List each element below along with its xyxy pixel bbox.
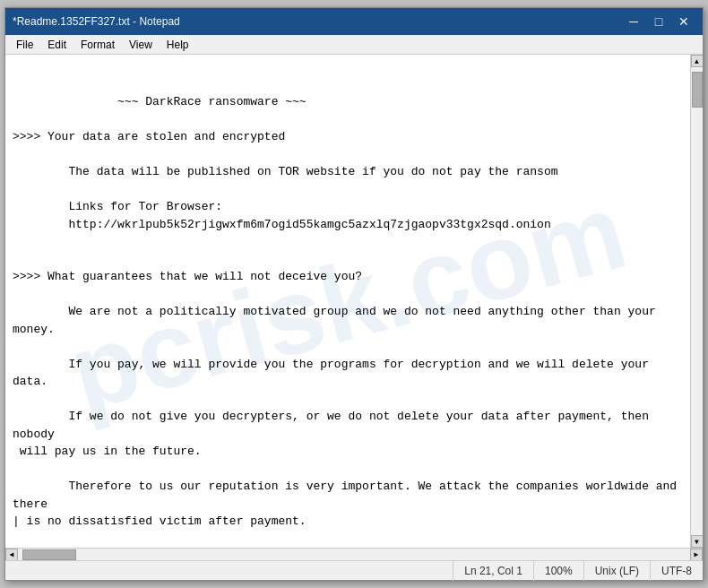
vertical-scrollbar[interactable]: ▲ ▼ (690, 55, 703, 548)
notepad-window: *Readme.1352FF327.txt - Notepad ─ □ ✕ Fi… (4, 7, 704, 581)
status-right: Ln 21, Col 1 100% Unix (LF) UTF-8 (453, 561, 703, 581)
menu-edit[interactable]: Edit (40, 37, 73, 53)
bottom-area: ◀ ▶ Ln 21, Col 1 100% Unix (LF) UTF-8 (5, 548, 703, 580)
scroll-up-button[interactable]: ▲ (691, 55, 704, 67)
status-bar: Ln 21, Col 1 100% Unix (LF) UTF-8 (5, 560, 703, 580)
menu-bar: File Edit Format View Help (5, 35, 703, 55)
text-editor[interactable]: pcrisk.com ~~~ DarkRace ransomware ~~~ >… (5, 55, 690, 548)
close-button[interactable]: ✕ (672, 13, 695, 30)
title-bar: *Readme.1352FF327.txt - Notepad ─ □ ✕ (5, 8, 703, 35)
line-ending: Unix (LF) (583, 561, 650, 581)
document-text: ~~~ DarkRace ransomware ~~~ >>>> Your da… (13, 95, 684, 548)
encoding: UTF-8 (650, 561, 703, 581)
horizontal-scrollbar[interactable]: ◀ ▶ (5, 548, 703, 560)
scroll-thumb-horizontal[interactable] (22, 549, 76, 560)
scroll-track-vertical[interactable] (691, 67, 703, 535)
scroll-left-button[interactable]: ◀ (5, 549, 18, 561)
window-title: *Readme.1352FF327.txt - Notepad (13, 15, 622, 28)
watermark: pcrisk.com (53, 150, 643, 453)
scroll-thumb-vertical[interactable] (692, 72, 703, 108)
maximize-button[interactable]: □ (647, 13, 670, 30)
editor-area: pcrisk.com ~~~ DarkRace ransomware ~~~ >… (5, 55, 703, 548)
menu-view[interactable]: View (122, 37, 160, 53)
window-controls: ─ □ ✕ (622, 13, 695, 30)
zoom-level: 100% (533, 561, 583, 581)
scroll-down-button[interactable]: ▼ (691, 535, 704, 548)
scroll-track-horizontal[interactable] (18, 549, 690, 560)
menu-help[interactable]: Help (160, 37, 196, 53)
minimize-button[interactable]: ─ (622, 13, 645, 30)
cursor-position: Ln 21, Col 1 (453, 561, 533, 581)
menu-format[interactable]: Format (73, 37, 122, 53)
menu-file[interactable]: File (9, 37, 40, 53)
scroll-right-button[interactable]: ▶ (690, 549, 703, 561)
